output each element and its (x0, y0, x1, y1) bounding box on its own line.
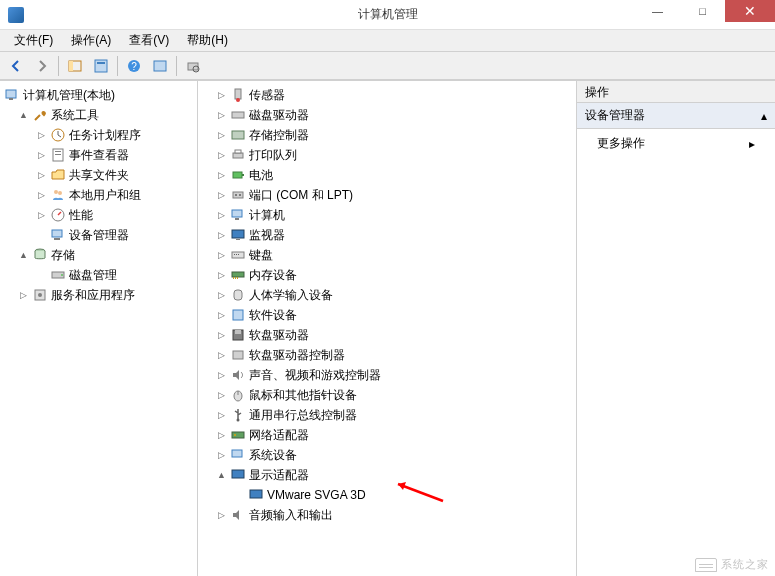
left-tree-pane[interactable]: 计算机管理(本地) ▲ 系统工具 ▷ 任务计划程序 ▷ 事件查看器 ▷ 共享文件… (0, 81, 198, 576)
expander-icon[interactable]: ▷ (216, 370, 227, 381)
expander-icon[interactable]: ▷ (216, 330, 227, 341)
menu-help[interactable]: 帮助(H) (179, 30, 236, 51)
svg-rect-31 (233, 172, 242, 178)
device-batteries[interactable]: ▷电池 (200, 165, 574, 185)
expander-icon[interactable]: ▲ (18, 110, 29, 121)
device-label: 键盘 (249, 247, 273, 264)
expander-icon[interactable]: ▷ (216, 270, 227, 281)
tree-local-users[interactable]: ▷ 本地用户和组 (2, 185, 195, 205)
expander-icon[interactable]: ▷ (216, 250, 227, 261)
expander-icon[interactable]: ▷ (216, 430, 227, 441)
device-sound[interactable]: ▷声音、视频和游戏控制器 (200, 365, 574, 385)
svg-rect-6 (154, 61, 166, 71)
menu-file[interactable]: 文件(F) (6, 30, 61, 51)
device-system[interactable]: ▷系统设备 (200, 445, 574, 465)
menubar: 文件(F) 操作(A) 查看(V) 帮助(H) (0, 30, 775, 52)
svg-point-24 (38, 293, 42, 297)
sensor-icon (230, 87, 246, 103)
device-software[interactable]: ▷软件设备 (200, 305, 574, 325)
svg-rect-41 (234, 254, 235, 255)
tree-label: 系统工具 (51, 107, 99, 124)
expander-icon[interactable]: ▷ (216, 110, 227, 121)
device-monitors[interactable]: ▷监视器 (200, 225, 574, 245)
device-storage-ctrl[interactable]: ▷存储控制器 (200, 125, 574, 145)
device-print-queues[interactable]: ▷打印队列 (200, 145, 574, 165)
svg-rect-47 (237, 277, 238, 279)
toolbar-button[interactable] (148, 54, 172, 78)
collapse-icon[interactable]: ▴ (761, 109, 767, 123)
device-usb[interactable]: ▷通用串行总线控制器 (200, 405, 574, 425)
forward-button[interactable] (30, 54, 54, 78)
device-computer[interactable]: ▷计算机 (200, 205, 574, 225)
device-mice[interactable]: ▷鼠标和其他指针设备 (200, 385, 574, 405)
tree-root[interactable]: 计算机管理(本地) (2, 85, 195, 105)
expander-icon[interactable]: ▲ (18, 250, 29, 261)
folder-share-icon (50, 167, 66, 183)
svg-rect-51 (235, 330, 241, 334)
expander-icon[interactable]: ▷ (36, 190, 47, 201)
device-floppy-drives[interactable]: ▷软盘驱动器 (200, 325, 574, 345)
expander-icon[interactable]: ▷ (216, 410, 227, 421)
device-sensors[interactable]: ▷传感器 (200, 85, 574, 105)
tree-label: 共享文件夹 (69, 167, 129, 184)
expander-icon[interactable]: ▷ (36, 210, 47, 221)
device-display-adapters[interactable]: ▲显示适配器 (200, 465, 574, 485)
expander-icon[interactable]: ▷ (18, 290, 29, 301)
expander-icon[interactable]: ▷ (216, 510, 227, 521)
device-label: 系统设备 (249, 447, 297, 464)
expander-icon[interactable]: ▷ (216, 390, 227, 401)
device-keyboards[interactable]: ▷键盘 (200, 245, 574, 265)
back-button[interactable] (4, 54, 28, 78)
maximize-button[interactable]: □ (680, 0, 725, 22)
minimize-button[interactable]: — (635, 0, 680, 22)
properties-button[interactable] (89, 54, 113, 78)
expander-icon[interactable]: ▲ (216, 470, 227, 481)
expander-icon[interactable]: ▷ (216, 130, 227, 141)
help-button[interactable]: ? (122, 54, 146, 78)
expander-icon[interactable]: ▷ (36, 170, 47, 181)
expander-icon[interactable]: ▷ (216, 230, 227, 241)
expander-icon[interactable]: ▷ (216, 210, 227, 221)
expander-icon[interactable]: ▷ (216, 190, 227, 201)
memory-icon (230, 267, 246, 283)
tree-device-manager[interactable]: 设备管理器 (2, 225, 195, 245)
close-button[interactable]: ✕ (725, 0, 775, 22)
tree-event-viewer[interactable]: ▷ 事件查看器 (2, 145, 195, 165)
device-audio[interactable]: ▷音频输入和输出 (200, 505, 574, 525)
users-icon (50, 187, 66, 203)
scan-button[interactable] (181, 54, 205, 78)
more-actions[interactable]: 更多操作 ▸ (577, 129, 775, 158)
device-network[interactable]: ▷网络适配器 (200, 425, 574, 445)
device-memory[interactable]: ▷内存设备 (200, 265, 574, 285)
device-hid[interactable]: ▷人体学输入设备 (200, 285, 574, 305)
device-vmware-svga[interactable]: VMware SVGA 3D (200, 485, 574, 505)
tree-services-apps[interactable]: ▷ 服务和应用程序 (2, 285, 195, 305)
menu-view[interactable]: 查看(V) (121, 30, 177, 51)
expander-icon[interactable]: ▷ (216, 290, 227, 301)
tree-task-scheduler[interactable]: ▷ 任务计划程序 (2, 125, 195, 145)
expander-icon[interactable]: ▷ (216, 310, 227, 321)
expander-icon[interactable]: ▷ (216, 450, 227, 461)
device-floppy-ctrl[interactable]: ▷软盘驱动器控制器 (200, 345, 574, 365)
svg-rect-13 (55, 151, 61, 152)
expander-icon[interactable]: ▷ (216, 350, 227, 361)
tree-performance[interactable]: ▷ 性能 (2, 205, 195, 225)
expander-icon[interactable]: ▷ (216, 90, 227, 101)
device-disk-drives[interactable]: ▷磁盘驱动器 (200, 105, 574, 125)
expander-icon[interactable]: ▷ (216, 150, 227, 161)
tree-disk-mgmt[interactable]: 磁盘管理 (2, 265, 195, 285)
actions-pane: 操作 设备管理器 ▴ 更多操作 ▸ (577, 81, 775, 576)
tree-storage[interactable]: ▲ 存储 (2, 245, 195, 265)
tree-system-tools[interactable]: ▲ 系统工具 (2, 105, 195, 125)
expander-icon[interactable]: ▷ (36, 150, 47, 161)
svg-rect-46 (235, 277, 236, 279)
menu-action[interactable]: 操作(A) (63, 30, 119, 51)
device-ports[interactable]: ▷端口 (COM 和 LPT) (200, 185, 574, 205)
svg-point-22 (61, 274, 63, 276)
device-tree-pane[interactable]: ▷传感器 ▷磁盘驱动器 ▷存储控制器 ▷打印队列 ▷电池 ▷端口 (COM 和 … (198, 81, 577, 576)
tree-shared-folders[interactable]: ▷ 共享文件夹 (2, 165, 195, 185)
actions-section[interactable]: 设备管理器 ▴ (577, 103, 775, 129)
expander-icon[interactable]: ▷ (36, 130, 47, 141)
expander-icon[interactable]: ▷ (216, 170, 227, 181)
show-hide-tree-button[interactable] (63, 54, 87, 78)
